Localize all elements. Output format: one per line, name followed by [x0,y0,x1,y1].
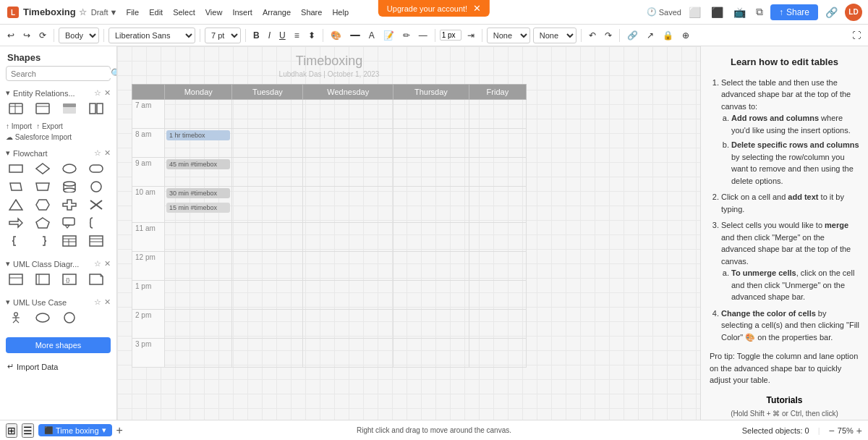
grid-view-icon[interactable]: ⊞ [6,423,17,438]
tue-8am[interactable] [232,129,303,158]
connection-end-select[interactable]: None [533,28,576,43]
flowchart-close-icon[interactable]: ✕ [104,148,111,158]
uml-class-2[interactable] [33,271,53,287]
screen-icon[interactable]: 📺 [731,5,749,20]
zoom-out-button[interactable]: − [829,425,835,436]
actor-shape[interactable] [6,310,26,326]
expand-icon[interactable]: ⬛ [708,5,726,20]
parallelogram-shape[interactable] [6,179,26,195]
fri-11am[interactable] [469,223,526,252]
draft-button[interactable]: Draft ▼ [91,8,118,17]
wed-1pm[interactable] [303,281,393,310]
flowchart-header[interactable]: ▾ Flowchart ☆ ✕ [6,148,111,158]
tue-12pm[interactable] [232,252,303,281]
tue-3pm[interactable] [232,339,303,368]
usecase-circle[interactable] [59,310,80,326]
vertical-align-button[interactable]: ⬍ [305,29,318,42]
list-shape[interactable] [86,233,106,249]
mon-9am[interactable]: 45 min #timebox [165,158,232,187]
font-color-button[interactable]: A [366,29,378,42]
trapezoid-shape[interactable] [33,179,53,195]
entity-relations-header[interactable]: ▾ Entity Relations... ☆ ✕ [6,88,111,98]
event-15min-timebox[interactable]: 15 min #timebox [166,203,230,213]
fri-12pm[interactable] [469,252,526,281]
style-select[interactable]: Body [59,28,99,43]
fri-2pm[interactable] [469,310,526,339]
window-icon[interactable]: ⧉ [753,4,766,20]
mon-10am[interactable]: 30 min #timebox 15 min #timebox [165,187,232,223]
menu-select[interactable]: Select [169,7,200,18]
thu-3pm[interactable] [393,339,469,368]
circle-shape[interactable] [86,179,106,195]
table-shape-3[interactable] [59,101,80,117]
present-icon[interactable]: ⬜ [686,5,704,20]
link-icon[interactable]: 🔗 [822,5,841,20]
menu-view[interactable]: View [201,7,227,18]
mon-2pm[interactable] [165,310,232,339]
add-tab-button[interactable]: + [116,424,123,437]
menu-insert[interactable]: Insert [228,7,257,18]
line-width-input[interactable] [440,30,461,41]
timebox-tab[interactable]: ⬛ Time boxing ▾ [38,424,112,436]
uml-class-star-icon[interactable]: ☆ [94,259,101,268]
fill-color-button[interactable]: 🎨 [328,29,344,42]
connection-start-select[interactable]: None [487,28,530,43]
event-1hr-timebox[interactable]: 1 hr timebox [166,130,230,140]
mon-11am[interactable] [165,223,232,252]
ellipse-shape[interactable] [59,161,80,177]
schedule-table[interactable]: Monday Tuesday Wednesday Thursday Friday… [132,84,527,368]
font-select[interactable]: Liberation Sans [109,28,195,43]
menu-file[interactable]: File [122,7,143,18]
uml-class-1[interactable] [6,271,26,287]
thu-7am[interactable] [393,100,469,129]
mon-3pm[interactable] [165,339,232,368]
tue-11am[interactable] [232,223,303,252]
mon-1pm[interactable] [165,281,232,310]
more-shapes-button[interactable]: More shapes [6,337,111,353]
line-end-button[interactable]: ⇥ [464,29,477,42]
thu-9am[interactable] [393,158,469,187]
uml-usecase-close-icon[interactable]: ✕ [104,297,111,307]
triangle-shape[interactable] [6,197,26,213]
mon-12pm[interactable] [165,252,232,281]
tue-7am[interactable] [232,100,303,129]
diamond-shape[interactable] [33,161,53,177]
entity-star-icon[interactable]: ☆ [94,88,101,98]
undo-button[interactable]: ↩ [4,29,17,42]
line-color-button[interactable] [347,29,363,42]
table-shape-1[interactable] [6,101,26,117]
uml-class-3[interactable]: {} [59,271,80,287]
uml-class-header[interactable]: ▾ UML Class Diagr... ☆ ✕ [6,259,111,268]
uml-class-4[interactable] [86,271,106,287]
wed-11am[interactable] [303,223,393,252]
fullscreen-button[interactable]: ⛶ [849,29,864,42]
right-brace-shape[interactable] [33,233,53,249]
fri-8am[interactable] [469,129,526,158]
wed-12pm[interactable] [303,252,393,281]
bold-button[interactable]: B [250,29,263,42]
underline-button[interactable]: U [276,29,289,42]
line-style-button[interactable]: — [416,29,430,42]
entity-close-icon[interactable]: ✕ [104,88,111,98]
menu-share[interactable]: Share [297,7,326,18]
thu-1pm[interactable] [393,281,469,310]
pentagon-shape[interactable] [33,215,53,231]
mon-8am[interactable]: 1 hr timebox [165,129,232,158]
thu-10am[interactable] [393,187,469,223]
hexagon-shape[interactable] [33,197,53,213]
thu-12pm[interactable] [393,252,469,281]
list-view-icon[interactable]: ☰ [22,423,34,438]
export-button[interactable]: ↑ Export [36,122,63,130]
menu-arrange[interactable]: Arrange [258,7,295,18]
link-tool-button[interactable]: 🔗 [624,29,641,42]
table-shape-2[interactable] [33,101,53,117]
thu-11am[interactable] [393,223,469,252]
upgrade-close-button[interactable]: ✕ [473,3,481,14]
import-data-button[interactable]: ↵ Import Data [0,358,116,376]
fri-3pm[interactable] [469,339,526,368]
lock-button[interactable]: 🔒 [660,29,676,42]
wed-9am[interactable] [303,158,393,187]
table-shape-4[interactable] [86,101,106,117]
fri-10am[interactable] [469,187,526,223]
uml-usecase-star-icon[interactable]: ☆ [94,297,101,307]
